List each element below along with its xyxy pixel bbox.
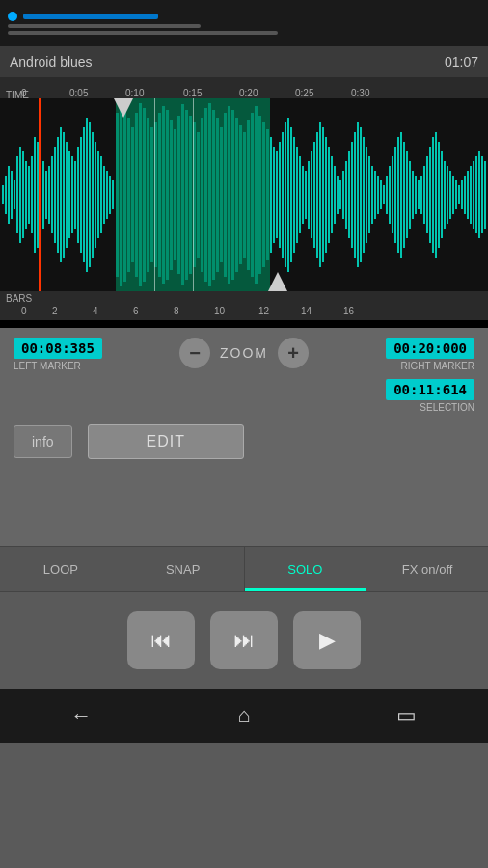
svg-rect-23	[68, 151, 70, 238]
svg-rect-129	[415, 176, 417, 214]
svg-rect-4	[14, 180, 15, 209]
play-icon: ▶	[319, 628, 336, 653]
zoom-minus-button[interactable]: −	[179, 338, 210, 368]
svg-rect-95	[316, 132, 318, 258]
skip-back-button[interactable]: ⏮	[127, 611, 195, 669]
battery-icon	[8, 12, 17, 21]
tab-fx[interactable]: FX on/off	[366, 547, 488, 591]
svg-rect-17	[51, 156, 53, 233]
svg-rect-145	[461, 180, 463, 209]
info-button[interactable]: info	[14, 425, 72, 458]
svg-rect-89	[299, 156, 301, 233]
svg-rect-125	[403, 142, 405, 248]
right-marker-block: 00:20:000 RIGHT MARKER	[386, 338, 474, 371]
svg-rect-126	[406, 151, 408, 238]
svg-rect-19	[57, 137, 59, 253]
svg-rect-151	[478, 151, 480, 238]
tab-fx-label: FX on/off	[402, 562, 453, 577]
controls-area: 00:08:385 LEFT MARKER − ZOOM + 00:20:000…	[0, 328, 488, 469]
waveform-container[interactable]: TIME 0 0:05 0:10 0:15 0:20 0:25 0:30	[0, 77, 488, 328]
svg-rect-85	[287, 118, 289, 272]
svg-rect-119	[386, 176, 388, 214]
svg-rect-127	[409, 161, 411, 229]
right-marker-label: RIGHT MARKER	[401, 361, 475, 371]
edit-button[interactable]: EDIT	[88, 424, 244, 459]
svg-rect-98	[325, 137, 327, 253]
svg-rect-135	[432, 137, 434, 253]
status-row-2	[8, 24, 480, 28]
signal-bar-2	[8, 31, 278, 35]
selection-label: SELECTION	[420, 402, 474, 413]
tab-active-indicator	[245, 588, 366, 591]
tab-loop-label: LOOP	[43, 562, 78, 577]
svg-rect-29	[86, 118, 88, 272]
bar-tick-12: 12	[258, 306, 269, 316]
svg-rect-102	[337, 176, 339, 214]
skip-forward-button[interactable]: ⏭	[210, 611, 278, 669]
tab-solo[interactable]: SOLO	[245, 547, 367, 591]
svg-rect-117	[380, 180, 382, 209]
time-tick-015: 0:15	[183, 88, 202, 98]
svg-rect-0	[2, 185, 4, 204]
signal-bar-1	[8, 24, 201, 28]
back-button[interactable]: ←	[52, 696, 110, 735]
svg-rect-113	[368, 156, 370, 233]
svg-rect-107	[351, 142, 353, 248]
svg-rect-8	[25, 161, 27, 229]
svg-rect-22	[66, 142, 68, 248]
vline-2	[193, 98, 194, 291]
skip-forward-icon: ⏭	[233, 628, 255, 653]
selection-row: 00:11:614 SELECTION	[14, 379, 474, 413]
svg-rect-150	[475, 156, 477, 233]
time-tick-020: 0:20	[239, 88, 258, 98]
svg-rect-144	[458, 185, 460, 204]
svg-rect-138	[441, 151, 443, 238]
bar-tick-14: 14	[301, 306, 312, 316]
svg-rect-99	[328, 147, 330, 243]
tab-bar: LOOP SNAP SOLO FX on/off	[0, 546, 488, 592]
vline-1	[154, 98, 155, 291]
svg-rect-148	[470, 166, 472, 224]
home-button[interactable]: ⌂	[215, 696, 273, 735]
home-icon: ⌂	[237, 703, 250, 728]
svg-rect-37	[109, 176, 111, 214]
svg-rect-116	[377, 176, 379, 214]
svg-rect-106	[348, 151, 350, 238]
svg-rect-11	[34, 137, 36, 253]
svg-rect-109	[357, 122, 359, 267]
svg-rect-18	[54, 147, 56, 243]
svg-rect-115	[374, 171, 376, 219]
time-ruler: TIME 0 0:05 0:10 0:15 0:20 0:25 0:30	[0, 77, 488, 98]
zoom-plus-button[interactable]: +	[278, 338, 309, 368]
svg-rect-6	[19, 147, 21, 243]
time-tick-0: 0	[21, 88, 27, 98]
svg-rect-100	[331, 156, 333, 233]
svg-rect-97	[322, 127, 324, 262]
svg-rect-87	[293, 137, 295, 253]
waveform-area[interactable]	[0, 98, 488, 291]
svg-rect-34	[100, 156, 102, 233]
recent-button[interactable]: ▭	[378, 696, 436, 735]
track-time: 01:07	[445, 54, 478, 69]
svg-rect-38	[112, 180, 114, 209]
svg-rect-15	[45, 171, 47, 219]
svg-rect-105	[345, 161, 347, 229]
time-tick-025: 0:25	[295, 88, 313, 98]
battery-level-bar	[23, 14, 158, 19]
svg-rect-104	[342, 171, 344, 219]
right-marker-time: 00:20:000	[386, 338, 474, 359]
svg-rect-118	[383, 185, 385, 204]
svg-rect-91	[305, 171, 307, 219]
svg-rect-123	[397, 137, 399, 253]
tab-snap[interactable]: SNAP	[122, 547, 245, 591]
svg-rect-134	[429, 147, 431, 243]
bar-tick-6: 6	[133, 306, 139, 316]
play-button[interactable]: ▶	[293, 611, 361, 669]
status-row-3	[8, 31, 480, 35]
svg-rect-5	[16, 156, 18, 233]
tab-loop[interactable]: LOOP	[0, 547, 122, 591]
svg-rect-128	[412, 171, 414, 219]
svg-rect-94	[313, 142, 315, 248]
svg-rect-153	[484, 161, 486, 229]
svg-rect-2	[8, 166, 10, 224]
